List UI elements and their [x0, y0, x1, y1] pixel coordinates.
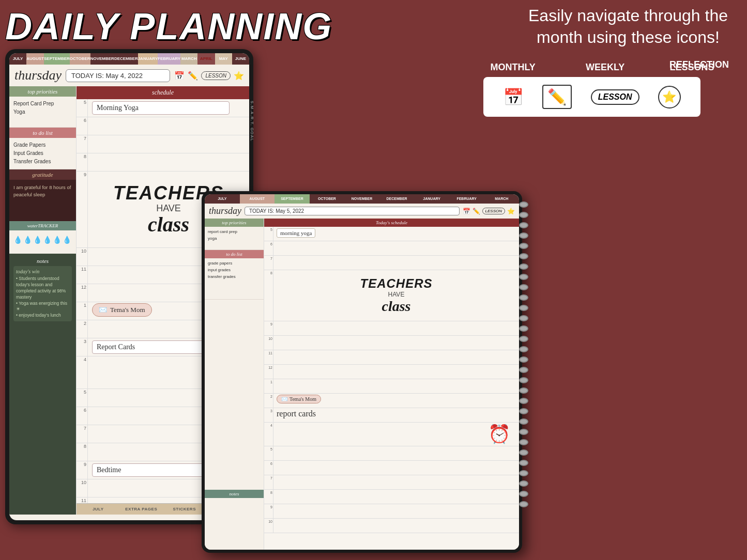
spiral-2	[519, 212, 528, 218]
spiral-26	[519, 460, 528, 466]
spiral-3	[519, 222, 528, 228]
todo-header: to do list	[9, 128, 76, 138]
spiral-12	[519, 315, 528, 321]
lesson-badge[interactable]: LESSON	[591, 89, 639, 105]
header-icons: 📅 ✏️ LESSON ⭐	[174, 71, 244, 81]
time-8b: 8	[77, 443, 88, 461]
date-box: TODAY IS: May 4, 2022	[66, 69, 170, 82]
small-content-9b	[273, 504, 519, 518]
page-title-section: DAILY PLANNING	[5, 5, 332, 48]
small-time-7: 7	[264, 256, 273, 270]
small-tab-february[interactable]: FEBRUARY	[449, 194, 484, 204]
nav-icons-section: MONTHLY WEEKLY LESSONS REFLECTION 📅 ✏️ L…	[452, 62, 737, 117]
spiral-6	[519, 253, 528, 259]
small-tab-september[interactable]: SEPTEMBER	[275, 194, 310, 204]
small-time-row-12: 12	[264, 365, 519, 379]
time-5: 5	[77, 99, 88, 117]
small-time-9: 9	[264, 321, 273, 335]
small-time-12: 12	[264, 365, 273, 379]
spiral-15	[519, 346, 528, 352]
small-day-header: thursday TODAY IS: May 5, 2022 📅 ✏️ LESS…	[205, 204, 519, 219]
tab-april[interactable]: APRIL	[197, 53, 215, 65]
time-9b: 9	[77, 461, 88, 479]
time-2: 2	[77, 320, 88, 338]
calendar-hdr-icon[interactable]: 📅	[174, 71, 185, 81]
time-8: 8	[77, 153, 88, 171]
tab-october[interactable]: OCTOBER	[70, 53, 90, 65]
todo-section: Grade Papers Input Grades Transfer Grade…	[9, 138, 76, 169]
spiral-binding	[519, 201, 528, 507]
small-time-9b: 9	[264, 504, 273, 518]
small-time-row-5b: 5	[264, 446, 519, 461]
tab-december[interactable]: DECEMBER	[114, 53, 138, 65]
small-teachers-decoration: TEACHERS HAVE class	[277, 271, 516, 320]
spiral-24	[519, 439, 528, 445]
small-calendar-icon[interactable]: 📅	[463, 208, 470, 215]
small-content-12	[273, 365, 519, 379]
small-tab-december[interactable]: DECEMBER	[379, 194, 415, 204]
spiral-10	[519, 294, 528, 301]
small-time-8b: 8	[264, 490, 273, 504]
small-envelope-icon: ✉️	[281, 396, 287, 402]
spiral-17	[519, 367, 528, 373]
small-todo-2: input grades	[208, 267, 261, 274]
tab-july[interactable]: JULY	[9, 53, 26, 65]
bottom-tab-extra[interactable]: EXTRA PAGES	[120, 504, 163, 515]
day-name: thursday	[14, 68, 62, 83]
small-tab-january[interactable]: JANUARY	[414, 194, 449, 204]
time-3: 3	[77, 338, 88, 356]
spiral-30	[519, 501, 528, 507]
small-clock-icon: ⏰	[277, 424, 516, 445]
small-time-row-7: 7	[264, 256, 519, 270]
small-lesson-btn[interactable]: LESSON	[482, 208, 505, 214]
star-hdr-icon[interactable]: ⭐	[234, 71, 244, 81]
bottom-tab-july[interactable]: JULY	[77, 504, 120, 515]
spiral-7	[519, 263, 528, 270]
nav-icons-box: 📅 ✏️ LESSON ⭐	[483, 77, 700, 117]
water-section: 💧 💧 💧 💧 💧 💧	[9, 230, 76, 254]
bottom-tab-stickers[interactable]: STICKERS	[163, 504, 206, 515]
spiral-11	[519, 305, 528, 311]
tab-august[interactable]: AUGUST	[26, 53, 44, 65]
small-star-icon[interactable]: ⭐	[507, 208, 515, 215]
time-9: 9	[77, 172, 88, 247]
small-edit-icon[interactable]: ✏️	[472, 208, 480, 215]
small-time-5: 5	[264, 227, 273, 241]
tab-february[interactable]: FEBRUARY	[158, 53, 180, 65]
small-tab-august[interactable]: AUGUST	[240, 194, 275, 204]
spiral-8	[519, 274, 528, 280]
tab-september[interactable]: SEPTEMBER	[44, 53, 70, 65]
content-8	[88, 153, 249, 171]
small-time-row-2: 2 ✉️ Tema's Mom	[264, 394, 519, 408]
small-time-10: 10	[264, 336, 273, 350]
tab-june[interactable]: JUNE	[232, 53, 249, 65]
spiral-13	[519, 325, 528, 332]
tab-march[interactable]: MARCH	[180, 53, 197, 65]
calendar-icon[interactable]: 📅	[503, 87, 524, 107]
edit-icon[interactable]: ✏️	[542, 85, 572, 109]
spiral-5	[519, 243, 528, 249]
gratitude-text: I am grateful for 8 hours of peaceful sl…	[13, 184, 72, 199]
small-tab-march[interactable]: MARCH	[484, 194, 520, 204]
monthly-label: MONTHLY	[491, 62, 536, 73]
small-time-11: 11	[264, 350, 273, 364]
star-icon[interactable]: ⭐	[658, 86, 681, 108]
time-1: 1	[77, 302, 88, 320]
small-time-5b: 5	[264, 446, 273, 460]
tab-may[interactable]: MAY	[215, 53, 232, 65]
small-content-4: ⏰	[273, 423, 519, 446]
tab-november[interactable]: NOVEMBER	[90, 53, 114, 65]
small-teachers-big: TEACHERS	[279, 276, 513, 291]
edit-hdr-icon[interactable]: ✏️	[188, 71, 198, 81]
lesson-btn[interactable]: LESSON	[201, 71, 231, 80]
small-tab-october[interactable]: OCTOBER	[310, 194, 345, 204]
small-todo-content: grade papers input grades transfer grade…	[205, 258, 264, 300]
tab-january[interactable]: JANUARY	[138, 53, 158, 65]
small-tab-july[interactable]: JULY	[205, 194, 240, 204]
spiral-16	[519, 356, 528, 363]
small-content: top priorities report card prep yoga to …	[205, 219, 519, 550]
spiral-29	[519, 491, 528, 497]
small-tab-november[interactable]: NOVEMBER	[344, 194, 379, 204]
small-time-row-9: 9	[264, 321, 519, 336]
small-time-row-4: 4 ⏰	[264, 423, 519, 446]
